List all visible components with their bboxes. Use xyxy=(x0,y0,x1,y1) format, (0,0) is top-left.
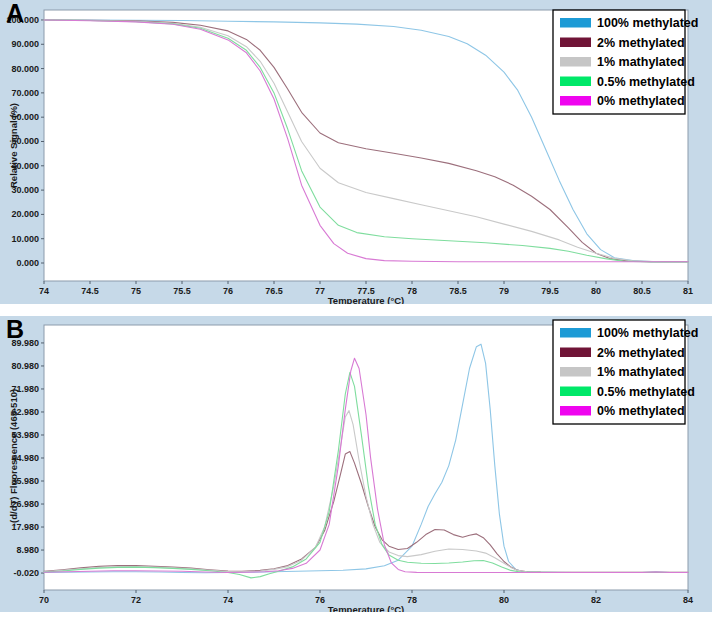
x-tick-label: 79 xyxy=(499,286,509,296)
x-tick-label: 84 xyxy=(683,595,693,605)
legend-swatch xyxy=(560,367,591,377)
x-tick-label: 70 xyxy=(39,595,49,605)
x-tick-label: 72 xyxy=(131,595,141,605)
legend-label: 2% methylated xyxy=(597,36,685,50)
legend-label: 0.5% methylated xyxy=(597,385,695,399)
x-tick-label: 80 xyxy=(591,286,601,296)
x-tick-label: 74.5 xyxy=(81,286,99,296)
legend-label: 2% methylated xyxy=(597,346,685,360)
legend: 100% methylated2% methylated1% mathylate… xyxy=(553,10,698,114)
legend-swatch xyxy=(560,38,591,48)
x-tick-label: 77 xyxy=(315,286,325,296)
legend-label: 100% methylated xyxy=(597,326,698,340)
legend-swatch xyxy=(560,77,591,87)
x-tick-label: 75.5 xyxy=(173,286,191,296)
panel-a-label: A xyxy=(6,0,24,26)
legend: 100% methylated2% methylated1% mathylate… xyxy=(553,320,698,424)
x-tick-label: 76.5 xyxy=(265,286,283,296)
legend-swatch xyxy=(560,406,591,416)
legend-label: 0% methylated xyxy=(597,94,685,108)
legend-label: 0% methylated xyxy=(597,404,685,418)
y-tick-label: 8.980 xyxy=(16,545,39,555)
y-axis-title: -(d/dT) Fluorescence (465-510) xyxy=(8,389,19,526)
y-tick-label: 80.000 xyxy=(11,64,39,74)
x-tick-label: 74 xyxy=(39,286,49,296)
x-tick-label: 79.5 xyxy=(541,286,559,296)
legend-swatch xyxy=(560,96,591,106)
legend-label: 1% mathylated xyxy=(597,365,685,379)
y-tick-label: -0.020 xyxy=(13,568,39,578)
legend-label: 1% mathylated xyxy=(597,55,685,69)
y-tick-label: 90.000 xyxy=(11,39,39,49)
panel-b: B 89.98080.98071.98062.98053.98044.98035… xyxy=(0,316,712,612)
x-tick-label: 74 xyxy=(223,595,233,605)
y-tick-label: 0.000 xyxy=(16,258,39,268)
x-tick-label: 82 xyxy=(591,595,601,605)
x-tick-label: 81 xyxy=(683,286,693,296)
melting-peaks-chart: 89.98080.98071.98062.98053.98044.98035.9… xyxy=(0,316,712,612)
x-tick-label: 78 xyxy=(407,286,417,296)
legend-swatch xyxy=(560,328,591,338)
y-tick-label: 70.000 xyxy=(11,88,39,98)
legend-label: 100% methylated xyxy=(597,16,698,30)
x-tick-label: 78 xyxy=(407,595,417,605)
melting-curves-chart: 100.00090.00080.00070.00060.00050.00040.… xyxy=(0,0,712,304)
x-tick-label: 76 xyxy=(315,595,325,605)
x-tick-label: 80.5 xyxy=(633,286,651,296)
y-tick-label: 80.980 xyxy=(11,361,39,371)
legend-label: 0.5% methylated xyxy=(597,75,695,89)
legend-swatch xyxy=(560,18,591,28)
panel-b-label: B xyxy=(6,316,24,342)
x-tick-label: 76 xyxy=(223,286,233,296)
panel-a: A 100.00090.00080.00070.00060.00050.0004… xyxy=(0,0,712,304)
x-axis-title: Temperature (°C) xyxy=(328,604,404,612)
y-axis-title: Relative Signal (%) xyxy=(8,103,19,188)
x-tick-label: 78.5 xyxy=(449,286,467,296)
x-tick-label: 80 xyxy=(499,595,509,605)
legend-swatch xyxy=(560,348,591,358)
y-tick-label: 10.000 xyxy=(11,234,39,244)
legend-swatch xyxy=(560,57,591,67)
x-axis-title: Temperature (°C) xyxy=(328,295,404,304)
y-tick-label: 20.000 xyxy=(11,209,39,219)
legend-swatch xyxy=(560,387,591,397)
x-tick-label: 75 xyxy=(131,286,141,296)
